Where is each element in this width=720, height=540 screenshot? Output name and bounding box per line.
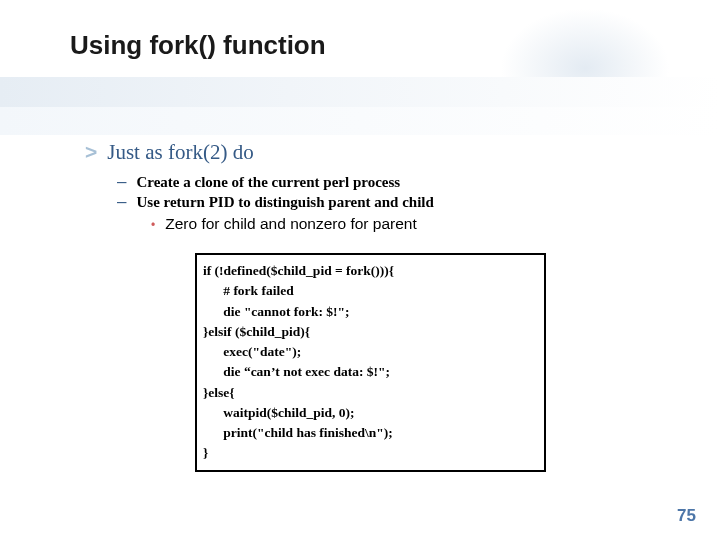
bullet-level1: > Just as fork(2) do: [85, 140, 660, 165]
code-block: if (!defined($child_pid = fork())){ # fo…: [195, 253, 546, 472]
slide-title: Using fork() function: [70, 30, 326, 61]
bg-band-top: [0, 77, 720, 107]
bullet-level2: – Use return PID to distinguish parent a…: [117, 193, 660, 211]
bullet-level3: • Zero for child and nonzero for parent: [151, 215, 660, 233]
slide: Using fork() function > Just as fork(2) …: [0, 0, 720, 540]
bullet-level2-text: Create a clone of the current perl proce…: [136, 174, 400, 191]
page-number: 75: [677, 506, 696, 526]
dot-icon: •: [151, 219, 155, 231]
dash-icon: –: [117, 173, 126, 190]
chevron-icon: >: [85, 141, 97, 162]
bullet-level1-text: Just as fork(2) do: [107, 140, 253, 165]
bg-band-bottom: [0, 107, 720, 135]
dash-icon: –: [117, 193, 126, 210]
bullet-level2: – Create a clone of the current perl pro…: [117, 173, 660, 191]
bullet-level2-text: Use return PID to distinguish parent and…: [136, 194, 433, 211]
slide-body: > Just as fork(2) do – Create a clone of…: [85, 140, 660, 472]
bullet-level3-text: Zero for child and nonzero for parent: [165, 215, 417, 233]
